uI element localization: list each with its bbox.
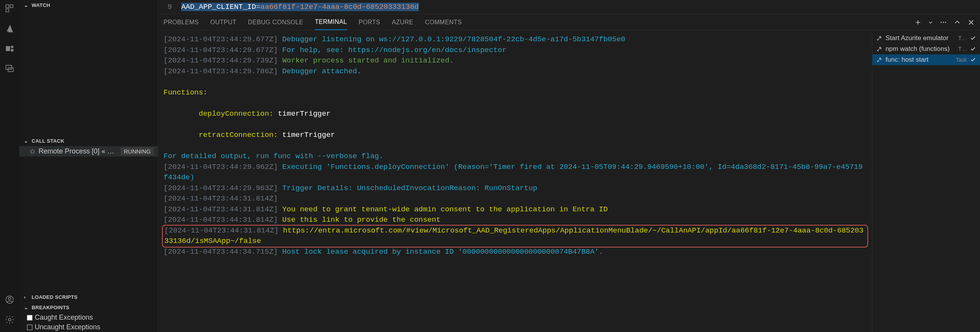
tab-terminal[interactable]: TERMINAL xyxy=(315,15,347,30)
chevron-down-icon: ⌄ xyxy=(24,138,29,144)
debug-sidebar: ⌄ WATCH ⌄ CALL STACK Remote Process [0] … xyxy=(19,0,158,332)
tab-azure[interactable]: AZURE xyxy=(392,15,413,30)
accounts-icon[interactable] xyxy=(4,294,15,305)
callstack-section-header[interactable]: ⌄ CALL STACK xyxy=(19,136,158,146)
breakpoints-title: BREAKPOINTS xyxy=(32,305,69,310)
task-label: Start Azurite emulator xyxy=(886,34,955,42)
tab-output[interactable]: OUTPUT xyxy=(210,15,236,30)
azure-icon[interactable] xyxy=(4,23,15,34)
loaded-scripts-title: LOADED SCRIPTS xyxy=(32,294,78,300)
maximize-panel-icon[interactable] xyxy=(954,19,961,26)
chat-icon[interactable] xyxy=(4,63,15,74)
check-icon xyxy=(970,57,976,63)
svg-rect-3 xyxy=(6,46,10,51)
terminal-output[interactable]: [2024-11-04T23:44:29.677Z] Debugger list… xyxy=(158,30,872,332)
settings-gear-icon[interactable] xyxy=(4,314,15,325)
svg-point-4 xyxy=(11,46,13,48)
watch-section-header[interactable]: ⌄ WATCH xyxy=(19,0,158,10)
svg-point-9 xyxy=(8,319,11,321)
bp-caught-label: Caught Exceptions xyxy=(35,313,93,322)
task-type: Task xyxy=(956,57,967,63)
check-icon xyxy=(970,35,976,41)
callstack-label: Remote Process [0] « … xyxy=(39,147,118,155)
extensions-icon[interactable] xyxy=(4,3,15,14)
checkbox-checked-icon[interactable] xyxy=(27,315,32,320)
checkbox-unchecked-icon[interactable] xyxy=(27,325,32,330)
new-terminal-icon[interactable] xyxy=(914,19,921,26)
panel-tabs: PROBLEMS OUTPUT DEBUG CONSOLE TERMINAL P… xyxy=(158,14,980,30)
code-op: = xyxy=(256,3,260,11)
task-azurite[interactable]: Start Azurite emulator T… xyxy=(872,33,980,44)
callstack-item[interactable]: Remote Process [0] « … RUNNING xyxy=(19,146,158,157)
chevron-right-icon: › xyxy=(24,294,29,300)
svg-rect-0 xyxy=(6,5,9,8)
teams-icon[interactable] xyxy=(4,43,15,54)
task-type: T… xyxy=(958,35,967,41)
bp-caught-exceptions[interactable]: Caught Exceptions xyxy=(19,313,158,322)
highlighted-consent-link: [2024-11-04T23:44:31.814Z] https://entra… xyxy=(162,225,868,248)
svg-rect-1 xyxy=(10,5,13,8)
loaded-scripts-header[interactable]: › LOADED SCRIPTS xyxy=(19,292,158,302)
check-icon xyxy=(970,46,976,52)
callstack-status: RUNNING xyxy=(121,147,154,155)
code-val: aa66f81f-12e7-4aaa-8c0d-68520333136d xyxy=(260,3,418,11)
editor-line[interactable]: 9 AAD_APP_CLIENT_ID=aa66f81f-12e7-4aaa-8… xyxy=(158,0,980,14)
svg-point-11 xyxy=(941,22,942,23)
tools-icon xyxy=(876,57,882,63)
svg-rect-5 xyxy=(6,65,12,69)
code-var: AAD_APP_CLIENT_ID xyxy=(181,3,256,11)
tools-icon xyxy=(876,35,882,41)
line-number: 9 xyxy=(166,3,181,11)
tab-ports[interactable]: PORTS xyxy=(359,15,380,30)
chevron-down-icon: ⌄ xyxy=(24,305,29,310)
task-func-host[interactable]: func: host start Task xyxy=(872,54,980,65)
bug-icon xyxy=(29,148,35,154)
svg-rect-2 xyxy=(6,9,9,12)
tab-problems[interactable]: PROBLEMS xyxy=(164,15,199,30)
bp-uncaught-exceptions[interactable]: Uncaught Exceptions xyxy=(19,322,158,332)
svg-point-10 xyxy=(31,150,34,153)
tab-debug-console[interactable]: DEBUG CONSOLE xyxy=(248,15,304,30)
terminal-task-list: Start Azurite emulator T… npm watch (fun… xyxy=(872,30,980,332)
tab-comments[interactable]: COMMENTS xyxy=(425,15,462,30)
breakpoints-header[interactable]: ⌄ BREAKPOINTS xyxy=(19,302,158,313)
activity-bar xyxy=(0,0,19,332)
chevron-down-icon[interactable] xyxy=(928,20,933,25)
tools-icon xyxy=(876,46,882,52)
more-icon[interactable] xyxy=(940,19,947,26)
callstack-title: CALL STACK xyxy=(32,138,64,144)
svg-point-12 xyxy=(943,22,944,23)
close-panel-icon[interactable] xyxy=(968,19,975,26)
svg-point-13 xyxy=(945,22,946,23)
task-label: npm watch (functions) xyxy=(886,45,955,53)
bp-uncaught-label: Uncaught Exceptions xyxy=(35,323,100,331)
task-type: T… xyxy=(958,46,967,52)
main-area: 9 AAD_APP_CLIENT_ID=aa66f81f-12e7-4aaa-8… xyxy=(158,0,980,332)
task-label: func: host start xyxy=(886,56,953,64)
watch-title: WATCH xyxy=(32,2,50,8)
svg-point-8 xyxy=(8,297,11,300)
task-npm-watch[interactable]: npm watch (functions) T… xyxy=(872,44,980,54)
chevron-down-icon: ⌄ xyxy=(24,2,29,8)
